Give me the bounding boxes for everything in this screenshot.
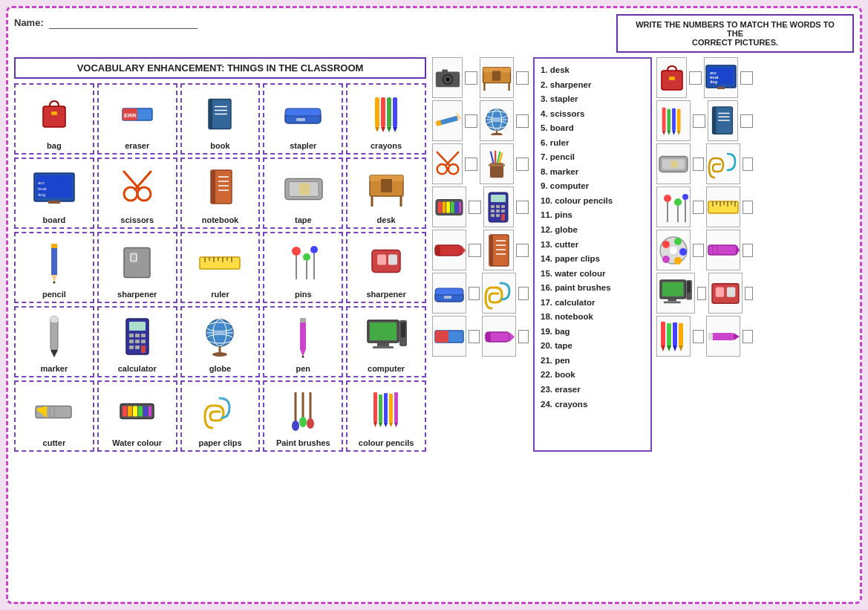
svg-rect-108 [138,406,143,416]
pic-pens-cup [480,143,514,184]
svg-text:boat: boat [38,186,47,191]
ans-10[interactable] [516,244,529,257]
svg-rect-71 [50,317,58,322]
ans-7[interactable] [469,201,481,214]
svg-marker-257 [679,345,683,351]
r-ans-11[interactable] [697,287,706,300]
svg-rect-110 [149,406,151,416]
svg-rect-104 [120,403,154,418]
bag-icon [19,88,90,140]
ruler-icon [185,236,256,288]
r-ans-5[interactable] [693,158,704,171]
vocab-item-notebook: notebook [180,158,261,229]
svg-line-29 [135,172,151,189]
svg-rect-6 [209,99,212,129]
top-section: Name: WRITE THE NUMBERS TO MATCH THE WOR… [14,14,854,53]
ans-13[interactable] [469,330,480,343]
svg-rect-179 [489,235,493,266]
r-ans-2[interactable] [740,71,753,85]
crayons-icon [350,88,422,140]
ans-1[interactable] [465,71,477,85]
svg-line-30 [124,172,140,189]
svg-rect-107 [133,406,137,416]
pins-icon [267,236,339,288]
pic-row-4 [432,186,529,227]
r-ans-10[interactable] [743,244,754,257]
r-ans-12[interactable] [745,287,754,300]
svg-point-116 [307,418,314,429]
ans-3[interactable] [465,114,477,128]
pic-row-7 [432,316,529,357]
r-ans-8[interactable] [743,201,754,214]
svg-rect-158 [438,201,442,212]
svg-rect-117 [373,392,377,422]
ans-4[interactable] [516,114,529,128]
svg-rect-13 [375,97,379,127]
marker-icon [19,311,90,363]
ans-11[interactable] [469,287,480,300]
pic-scissors-r [432,143,463,184]
svg-rect-15 [387,97,391,127]
svg-rect-75 [135,334,140,337]
r-pic-book [708,100,738,141]
svg-rect-90 [300,318,306,349]
pic-marker-r [432,230,466,270]
svg-rect-193 [669,77,675,80]
r-ans-1[interactable] [689,71,702,85]
svg-rect-99 [401,322,405,337]
name-input-line[interactable] [49,17,198,29]
word-11: 11. pins [541,208,645,223]
svg-marker-190 [509,332,515,342]
svg-rect-169 [491,210,495,212]
word-15: 15. water colour [541,267,645,282]
r-ans-13[interactable] [693,330,704,343]
svg-rect-152 [489,164,505,166]
svg-rect-167 [496,205,500,208]
ans-8[interactable] [516,201,529,214]
r-ans-6[interactable] [743,158,754,171]
svg-rect-249 [726,287,734,296]
svg-text:acc: acc [38,181,45,185]
svg-point-130 [446,77,450,82]
r-ans-3[interactable] [693,114,705,128]
vocab-item-calculator: calculator [97,306,177,377]
instructions-box: WRITE THE NUMBERS TO MATCH THE WORDS TO … [616,14,854,53]
svg-marker-101 [36,406,47,418]
vocab-item-paintbrushes: Paint brushes [263,380,343,452]
r-ans-4[interactable] [740,114,753,128]
ans-14[interactable] [518,330,529,343]
svg-rect-188 [435,331,448,343]
pic-row-5 [432,230,529,270]
svg-rect-52 [200,257,240,269]
svg-rect-3 [123,108,137,120]
vocab-item-sharpener2: sharpener [346,232,426,303]
svg-rect-100 [36,406,71,418]
ans-9[interactable] [469,244,481,257]
cutter-icon [19,385,90,437]
scissors-label: scissors [102,215,173,224]
vocab-item-ruler: ruler [180,232,261,303]
ans-6[interactable] [516,158,529,171]
globe-label: globe [185,364,256,373]
svg-point-146 [492,132,503,134]
svg-rect-40 [370,175,403,196]
svg-marker-259 [734,333,740,340]
ans-12[interactable] [518,287,529,300]
word-5: 5. board [541,121,645,136]
svg-rect-66 [372,250,400,272]
r-pic-crayons2 [656,316,691,357]
r-ans-14[interactable] [743,330,754,343]
r-ans-7[interactable] [693,201,704,214]
paperclips-icon [185,385,256,437]
svg-rect-123 [389,394,393,423]
svg-rect-244 [664,301,681,303]
eraser-label: eraser [102,141,173,150]
ans-2[interactable] [516,71,529,85]
svg-rect-97 [373,346,394,348]
svg-rect-125 [394,392,398,423]
r-ans-9[interactable] [693,244,704,257]
svg-rect-172 [491,214,495,217]
ans-5[interactable] [465,158,477,171]
svg-rect-78 [135,340,140,343]
svg-marker-176 [461,245,466,256]
